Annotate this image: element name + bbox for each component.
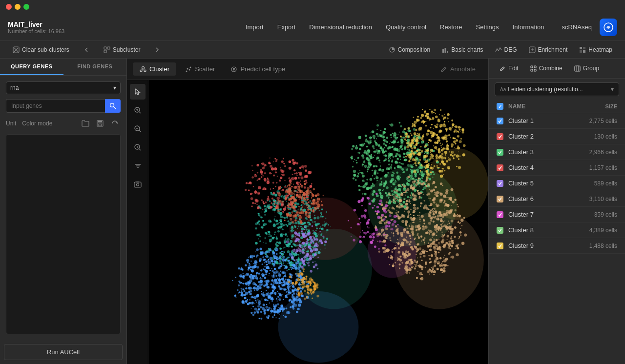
tab-annotate[interactable]: Annotate	[434, 62, 482, 76]
cluster-item-1[interactable]: Cluster 1 2,775 cells	[489, 113, 625, 129]
close-button[interactable]	[6, 4, 12, 10]
subcluster-button[interactable]: Subcluster	[99, 44, 146, 55]
zoom-fit-tool[interactable]	[130, 140, 146, 155]
cluster-name-5: Cluster 5	[508, 180, 594, 187]
cluster-checkbox-7[interactable]	[497, 211, 503, 218]
cluster-checkbox-4[interactable]	[497, 164, 503, 171]
cluster-item-5[interactable]: Cluster 5 589 cells	[489, 176, 625, 191]
zoom-out-icon	[134, 125, 142, 133]
filter-tool[interactable]	[130, 158, 146, 174]
cluster-icon	[140, 66, 146, 73]
zoom-in-tool[interactable]	[130, 102, 146, 118]
svg-rect-8	[442, 49, 444, 53]
toolbar: Clear sub-clusters Subcluster Compositio…	[0, 41, 625, 59]
options-icons	[80, 118, 121, 129]
cluster-item-3[interactable]: Cluster 3 2,966 cells	[489, 144, 625, 160]
svg-point-23	[142, 66, 145, 69]
basic-charts-button[interactable]: Basic charts	[437, 44, 488, 55]
search-button[interactable]	[105, 99, 121, 113]
traffic-lights	[6, 4, 29, 10]
nav-settings[interactable]: Settings	[470, 20, 505, 34]
svg-point-30	[189, 69, 190, 70]
cluster-item-6[interactable]: Cluster 6 3,110 cells	[489, 191, 625, 207]
svg-rect-60	[534, 69, 536, 71]
nav-import[interactable]: Import	[240, 20, 270, 34]
tab-predict-cell-type[interactable]: Predict cell type	[224, 62, 292, 76]
svg-rect-61	[575, 66, 580, 71]
deg-button[interactable]: DEG	[490, 44, 522, 55]
enrichment-button[interactable]: Enrichment	[524, 44, 573, 55]
select-tool[interactable]	[130, 84, 146, 100]
nav-restore[interactable]: Restore	[434, 20, 468, 34]
svg-rect-49	[136, 182, 139, 182]
left-panel: QUERY GENES FIND GENES rna ▾ Unit Color …	[0, 59, 127, 364]
screenshot-tool[interactable]	[130, 177, 146, 192]
nav-dimensional-reduction[interactable]: Dimensional reduction	[303, 20, 378, 34]
cluster-item-2[interactable]: Cluster 2 130 cells	[489, 129, 625, 144]
nav-information[interactable]: Information	[507, 20, 550, 34]
cluster-item-8[interactable]: Cluster 8 4,389 cells	[489, 222, 625, 238]
toolbar-right: Composition Basic charts DEG Enrichment …	[384, 44, 617, 55]
viz-area	[127, 80, 488, 364]
cluster-checkbox-5[interactable]	[497, 180, 503, 187]
cluster-name-2: Cluster 2	[508, 133, 594, 140]
combine-button[interactable]: Combine	[525, 62, 567, 74]
cluster-checkbox-1[interactable]	[497, 118, 503, 124]
titlebar	[0, 0, 625, 14]
viz-canvas[interactable]	[148, 80, 488, 364]
cluster-checkbox-3[interactable]	[497, 149, 503, 156]
svg-line-37	[139, 112, 141, 113]
tab-cluster[interactable]: Cluster	[133, 62, 176, 76]
svg-rect-22	[99, 124, 102, 126]
svg-line-27	[143, 69, 145, 70]
minimize-button[interactable]	[15, 4, 21, 10]
refresh-icon[interactable]	[109, 118, 121, 129]
back-icon	[83, 46, 90, 53]
subcluster-icon	[104, 46, 110, 53]
back-button[interactable]	[78, 44, 95, 55]
tab-scatter[interactable]: Scatter	[178, 62, 222, 76]
cluster-list: Cluster 1 2,775 cells Cluster 2 130 cell…	[489, 113, 625, 364]
cluster-name-8: Cluster 8	[508, 226, 589, 234]
clustering-select[interactable]: Aa Leiden clustering (resolutio... ▾	[495, 82, 619, 96]
folder-icon[interactable]	[80, 118, 91, 129]
cell-count: Number of cells: 16,963	[8, 28, 64, 34]
heatmap-icon	[579, 46, 586, 53]
side-toolbar	[127, 80, 148, 364]
rna-select[interactable]: rna ▾	[6, 81, 121, 94]
cluster-checkbox-6[interactable]	[497, 196, 503, 202]
edit-button[interactable]: Edit	[495, 62, 523, 74]
cluster-checkbox-2[interactable]	[497, 133, 503, 140]
filter-icon	[134, 162, 142, 170]
cluster-checkbox-9[interactable]	[497, 243, 503, 249]
center-panel: Cluster Scatter Predict cell type Annota…	[127, 59, 488, 364]
heatmap-button[interactable]: Heatmap	[574, 44, 617, 55]
svg-point-28	[186, 70, 188, 72]
cluster-item-4[interactable]: Cluster 4 1,157 cells	[489, 160, 625, 176]
tab-find-genes[interactable]: FIND GENES	[63, 59, 127, 75]
header-checkbox[interactable]: ✓	[497, 103, 503, 110]
viz-tabs: Cluster Scatter Predict cell type Annota…	[127, 59, 488, 80]
clear-subclusters-button[interactable]: Clear sub-clusters	[8, 44, 74, 55]
cluster-checkbox-8[interactable]	[497, 227, 503, 234]
dropdown-icon: ▾	[611, 86, 614, 93]
cluster-list-header: ✓ NAME SIZE	[489, 100, 625, 113]
search-input[interactable]	[6, 99, 105, 113]
group-button[interactable]: Group	[569, 62, 604, 74]
maximize-button[interactable]	[23, 4, 29, 10]
nav-export[interactable]: Export	[271, 20, 302, 34]
color-mode-label: Color mode	[22, 120, 52, 127]
composition-button[interactable]: Composition	[384, 44, 436, 55]
svg-rect-9	[445, 48, 446, 53]
cluster-size-1: 2,775 cells	[589, 118, 617, 124]
forward-button[interactable]	[149, 44, 166, 55]
tab-query-genes[interactable]: QUERY GENES	[0, 59, 63, 75]
run-aucell-button[interactable]: Run AUCell	[4, 344, 123, 360]
save-icon[interactable]	[94, 118, 106, 129]
cluster-item-7[interactable]: Cluster 7 359 cells	[489, 207, 625, 222]
cluster-item-9[interactable]: Cluster 9 1,488 cells	[489, 238, 625, 254]
zoom-out-tool[interactable]	[130, 121, 146, 137]
nav-quality-control[interactable]: Quality control	[380, 20, 432, 34]
svg-line-40	[139, 130, 141, 132]
svg-line-33	[445, 67, 446, 68]
